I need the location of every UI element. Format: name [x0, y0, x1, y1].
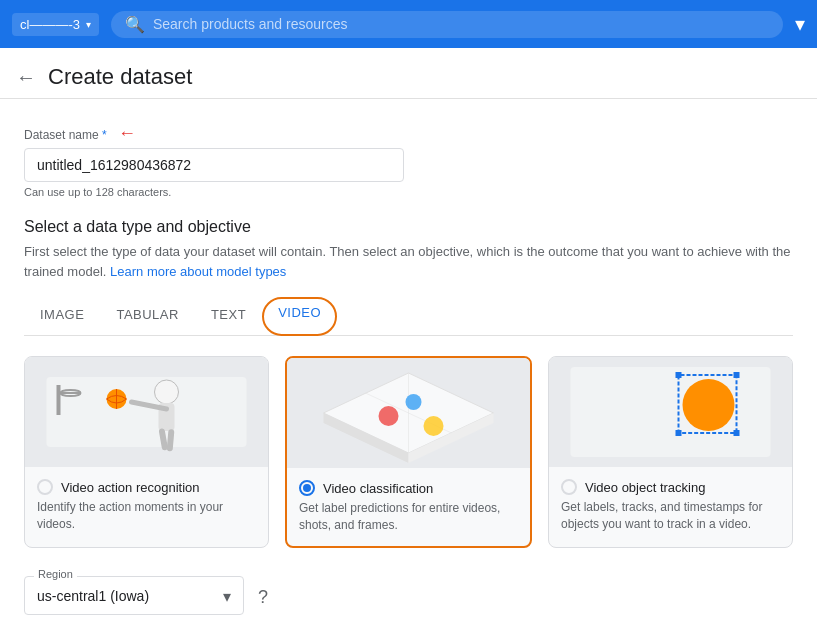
svg-point-23 [683, 379, 735, 431]
red-arrow-icon: ← [118, 123, 136, 143]
svg-rect-9 [57, 385, 61, 415]
card-classification-image [287, 358, 530, 468]
card-tracking-radio-row: Video object tracking [561, 479, 780, 495]
section-description: First select the type of data your datas… [24, 242, 793, 281]
section-heading: Select a data type and objective [24, 218, 793, 236]
card-tracking-body: Video object tracking Get labels, tracks… [549, 467, 792, 545]
project-name: cl———-3 [20, 17, 80, 32]
svg-point-18 [379, 406, 399, 426]
card-action-recognition[interactable]: Video action recognition Identify the ac… [24, 356, 269, 548]
card-action-image [25, 357, 268, 467]
svg-point-2 [155, 380, 179, 404]
learn-more-model-types-link[interactable]: Learn more about model types [110, 264, 286, 279]
content-area: Dataset name * ← Can use up to 128 chara… [0, 99, 817, 624]
card-classification[interactable]: Video classification Get label predictio… [285, 356, 532, 548]
video-objective-cards: Video action recognition Identify the ac… [24, 356, 793, 548]
back-button[interactable]: ← [16, 66, 36, 89]
back-arrow-icon: ← [16, 66, 36, 88]
tab-video[interactable]: VIDEO [262, 297, 337, 336]
dataset-name-hint: Can use up to 128 characters. [24, 186, 793, 198]
card-action-radio[interactable] [37, 479, 53, 495]
svg-rect-25 [676, 372, 682, 378]
card-tracking-image [549, 357, 792, 467]
region-wrapper: Region us-central1 (Iowa) us-east1 (Sout… [24, 572, 793, 615]
search-input[interactable] [153, 16, 769, 32]
svg-rect-1 [47, 377, 247, 447]
card-classification-description: Get label predictions for entire videos,… [299, 500, 518, 534]
region-label: Region [34, 568, 77, 580]
page-title: Create dataset [48, 64, 192, 90]
svg-point-20 [406, 394, 422, 410]
page-header: ← Create dataset [0, 48, 817, 99]
region-box: us-central1 (Iowa) us-east1 (South Carol… [24, 576, 244, 615]
dataset-name-field: Dataset name * ← Can use up to 128 chara… [24, 123, 793, 198]
card-tracking-radio[interactable] [561, 479, 577, 495]
region-chevron-icon: ▾ [223, 587, 231, 606]
svg-point-19 [424, 416, 444, 436]
search-icon: 🔍 [125, 15, 145, 34]
data-type-tabs: IMAGE TABULAR TEXT VIDEO [24, 297, 793, 336]
card-action-title: Video action recognition [61, 480, 200, 495]
svg-rect-27 [676, 430, 682, 436]
card-tracking-description: Get labels, tracks, and timestamps for o… [561, 499, 780, 533]
tab-tabular[interactable]: TABULAR [100, 297, 195, 335]
card-classification-radio-row: Video classification [299, 480, 518, 496]
search-bar: 🔍 [111, 11, 783, 38]
dataset-name-input[interactable] [24, 148, 404, 182]
dataset-name-label: Dataset name * ← [24, 123, 793, 144]
card-classification-title: Video classification [323, 481, 433, 496]
card-action-description: Identify the action moments in your vide… [37, 499, 256, 533]
svg-rect-28 [734, 430, 740, 436]
tab-text[interactable]: TEXT [195, 297, 262, 335]
card-classification-body: Video classification Get label predictio… [287, 468, 530, 546]
card-action-body: Video action recognition Identify the ac… [25, 467, 268, 545]
project-selector[interactable]: cl———-3 ▾ [12, 13, 99, 36]
svg-rect-26 [734, 372, 740, 378]
card-tracking-title: Video object tracking [585, 480, 705, 495]
topbar: cl———-3 ▾ 🔍 ▾ [0, 0, 817, 48]
tab-image[interactable]: IMAGE [24, 297, 100, 335]
card-action-radio-row: Video action recognition [37, 479, 256, 495]
apps-chevron-icon[interactable]: ▾ [795, 12, 805, 36]
card-object-tracking[interactable]: Video object tracking Get labels, tracks… [548, 356, 793, 548]
card-classification-radio[interactable] [299, 480, 315, 496]
region-help-icon[interactable]: ? [258, 587, 268, 608]
svg-rect-22 [571, 367, 771, 457]
project-chevron-icon: ▾ [86, 19, 91, 30]
region-select[interactable]: us-central1 (Iowa) us-east1 (South Carol… [37, 588, 223, 604]
